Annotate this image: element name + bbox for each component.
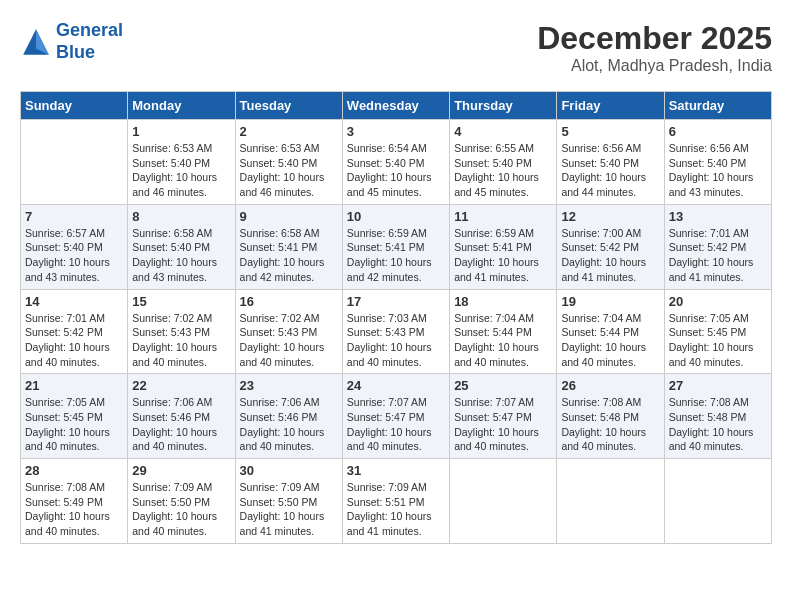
day-info: Sunrise: 7:03 AM Sunset: 5:43 PM Dayligh… <box>347 311 445 370</box>
day-header-friday: Friday <box>557 92 664 120</box>
day-cell: 2Sunrise: 6:53 AM Sunset: 5:40 PM Daylig… <box>235 120 342 205</box>
day-cell: 27Sunrise: 7:08 AM Sunset: 5:48 PM Dayli… <box>664 374 771 459</box>
header: General Blue December 2025 Alot, Madhya … <box>20 20 772 75</box>
day-number: 19 <box>561 294 659 309</box>
day-number: 9 <box>240 209 338 224</box>
day-info: Sunrise: 6:53 AM Sunset: 5:40 PM Dayligh… <box>240 141 338 200</box>
day-cell: 20Sunrise: 7:05 AM Sunset: 5:45 PM Dayli… <box>664 289 771 374</box>
day-cell: 5Sunrise: 6:56 AM Sunset: 5:40 PM Daylig… <box>557 120 664 205</box>
calendar-body: 1Sunrise: 6:53 AM Sunset: 5:40 PM Daylig… <box>21 120 772 544</box>
day-info: Sunrise: 7:05 AM Sunset: 5:45 PM Dayligh… <box>669 311 767 370</box>
day-info: Sunrise: 6:53 AM Sunset: 5:40 PM Dayligh… <box>132 141 230 200</box>
day-number: 16 <box>240 294 338 309</box>
day-cell: 26Sunrise: 7:08 AM Sunset: 5:48 PM Dayli… <box>557 374 664 459</box>
day-cell: 3Sunrise: 6:54 AM Sunset: 5:40 PM Daylig… <box>342 120 449 205</box>
day-number: 13 <box>669 209 767 224</box>
day-cell <box>664 459 771 544</box>
day-number: 8 <box>132 209 230 224</box>
day-header-tuesday: Tuesday <box>235 92 342 120</box>
day-cell: 30Sunrise: 7:09 AM Sunset: 5:50 PM Dayli… <box>235 459 342 544</box>
day-number: 15 <box>132 294 230 309</box>
day-info: Sunrise: 6:55 AM Sunset: 5:40 PM Dayligh… <box>454 141 552 200</box>
logo-line2: Blue <box>56 42 95 62</box>
day-cell: 12Sunrise: 7:00 AM Sunset: 5:42 PM Dayli… <box>557 204 664 289</box>
day-info: Sunrise: 7:07 AM Sunset: 5:47 PM Dayligh… <box>347 395 445 454</box>
day-cell: 14Sunrise: 7:01 AM Sunset: 5:42 PM Dayli… <box>21 289 128 374</box>
day-cell: 16Sunrise: 7:02 AM Sunset: 5:43 PM Dayli… <box>235 289 342 374</box>
day-number: 25 <box>454 378 552 393</box>
week-row-4: 21Sunrise: 7:05 AM Sunset: 5:45 PM Dayli… <box>21 374 772 459</box>
day-number: 3 <box>347 124 445 139</box>
day-info: Sunrise: 7:05 AM Sunset: 5:45 PM Dayligh… <box>25 395 123 454</box>
day-info: Sunrise: 7:01 AM Sunset: 5:42 PM Dayligh… <box>669 226 767 285</box>
day-info: Sunrise: 7:09 AM Sunset: 5:50 PM Dayligh… <box>240 480 338 539</box>
day-number: 12 <box>561 209 659 224</box>
day-number: 5 <box>561 124 659 139</box>
day-cell <box>450 459 557 544</box>
day-header-wednesday: Wednesday <box>342 92 449 120</box>
day-number: 29 <box>132 463 230 478</box>
day-cell: 6Sunrise: 6:56 AM Sunset: 5:40 PM Daylig… <box>664 120 771 205</box>
day-cell: 31Sunrise: 7:09 AM Sunset: 5:51 PM Dayli… <box>342 459 449 544</box>
day-number: 31 <box>347 463 445 478</box>
day-cell: 13Sunrise: 7:01 AM Sunset: 5:42 PM Dayli… <box>664 204 771 289</box>
day-number: 4 <box>454 124 552 139</box>
day-cell: 22Sunrise: 7:06 AM Sunset: 5:46 PM Dayli… <box>128 374 235 459</box>
day-cell: 25Sunrise: 7:07 AM Sunset: 5:47 PM Dayli… <box>450 374 557 459</box>
logo-line1: General <box>56 20 123 40</box>
day-number: 14 <box>25 294 123 309</box>
day-cell <box>21 120 128 205</box>
day-info: Sunrise: 7:09 AM Sunset: 5:50 PM Dayligh… <box>132 480 230 539</box>
day-info: Sunrise: 7:09 AM Sunset: 5:51 PM Dayligh… <box>347 480 445 539</box>
day-number: 27 <box>669 378 767 393</box>
day-number: 1 <box>132 124 230 139</box>
day-number: 28 <box>25 463 123 478</box>
day-info: Sunrise: 6:59 AM Sunset: 5:41 PM Dayligh… <box>454 226 552 285</box>
day-info: Sunrise: 6:58 AM Sunset: 5:41 PM Dayligh… <box>240 226 338 285</box>
day-info: Sunrise: 7:01 AM Sunset: 5:42 PM Dayligh… <box>25 311 123 370</box>
day-info: Sunrise: 7:08 AM Sunset: 5:48 PM Dayligh… <box>669 395 767 454</box>
day-number: 20 <box>669 294 767 309</box>
month-title: December 2025 <box>537 20 772 57</box>
day-info: Sunrise: 7:00 AM Sunset: 5:42 PM Dayligh… <box>561 226 659 285</box>
week-row-3: 14Sunrise: 7:01 AM Sunset: 5:42 PM Dayli… <box>21 289 772 374</box>
day-info: Sunrise: 6:54 AM Sunset: 5:40 PM Dayligh… <box>347 141 445 200</box>
day-header-thursday: Thursday <box>450 92 557 120</box>
logo: General Blue <box>20 20 123 63</box>
day-info: Sunrise: 6:56 AM Sunset: 5:40 PM Dayligh… <box>561 141 659 200</box>
day-cell <box>557 459 664 544</box>
day-number: 18 <box>454 294 552 309</box>
logo-text: General Blue <box>56 20 123 63</box>
day-info: Sunrise: 7:07 AM Sunset: 5:47 PM Dayligh… <box>454 395 552 454</box>
calendar-header: SundayMondayTuesdayWednesdayThursdayFrid… <box>21 92 772 120</box>
day-number: 26 <box>561 378 659 393</box>
day-info: Sunrise: 7:02 AM Sunset: 5:43 PM Dayligh… <box>132 311 230 370</box>
day-cell: 19Sunrise: 7:04 AM Sunset: 5:44 PM Dayli… <box>557 289 664 374</box>
day-number: 21 <box>25 378 123 393</box>
day-header-saturday: Saturday <box>664 92 771 120</box>
day-number: 10 <box>347 209 445 224</box>
day-info: Sunrise: 6:56 AM Sunset: 5:40 PM Dayligh… <box>669 141 767 200</box>
day-info: Sunrise: 7:08 AM Sunset: 5:48 PM Dayligh… <box>561 395 659 454</box>
day-cell: 28Sunrise: 7:08 AM Sunset: 5:49 PM Dayli… <box>21 459 128 544</box>
week-row-2: 7Sunrise: 6:57 AM Sunset: 5:40 PM Daylig… <box>21 204 772 289</box>
day-info: Sunrise: 7:04 AM Sunset: 5:44 PM Dayligh… <box>561 311 659 370</box>
day-cell: 9Sunrise: 6:58 AM Sunset: 5:41 PM Daylig… <box>235 204 342 289</box>
day-info: Sunrise: 7:06 AM Sunset: 5:46 PM Dayligh… <box>240 395 338 454</box>
week-row-1: 1Sunrise: 6:53 AM Sunset: 5:40 PM Daylig… <box>21 120 772 205</box>
day-cell: 7Sunrise: 6:57 AM Sunset: 5:40 PM Daylig… <box>21 204 128 289</box>
day-cell: 23Sunrise: 7:06 AM Sunset: 5:46 PM Dayli… <box>235 374 342 459</box>
day-cell: 18Sunrise: 7:04 AM Sunset: 5:44 PM Dayli… <box>450 289 557 374</box>
day-info: Sunrise: 7:02 AM Sunset: 5:43 PM Dayligh… <box>240 311 338 370</box>
day-cell: 10Sunrise: 6:59 AM Sunset: 5:41 PM Dayli… <box>342 204 449 289</box>
day-info: Sunrise: 7:08 AM Sunset: 5:49 PM Dayligh… <box>25 480 123 539</box>
title-area: December 2025 Alot, Madhya Pradesh, Indi… <box>537 20 772 75</box>
day-cell: 21Sunrise: 7:05 AM Sunset: 5:45 PM Dayli… <box>21 374 128 459</box>
day-header-sunday: Sunday <box>21 92 128 120</box>
day-info: Sunrise: 6:59 AM Sunset: 5:41 PM Dayligh… <box>347 226 445 285</box>
day-cell: 4Sunrise: 6:55 AM Sunset: 5:40 PM Daylig… <box>450 120 557 205</box>
header-row: SundayMondayTuesdayWednesdayThursdayFrid… <box>21 92 772 120</box>
day-header-monday: Monday <box>128 92 235 120</box>
day-cell: 17Sunrise: 7:03 AM Sunset: 5:43 PM Dayli… <box>342 289 449 374</box>
day-number: 24 <box>347 378 445 393</box>
